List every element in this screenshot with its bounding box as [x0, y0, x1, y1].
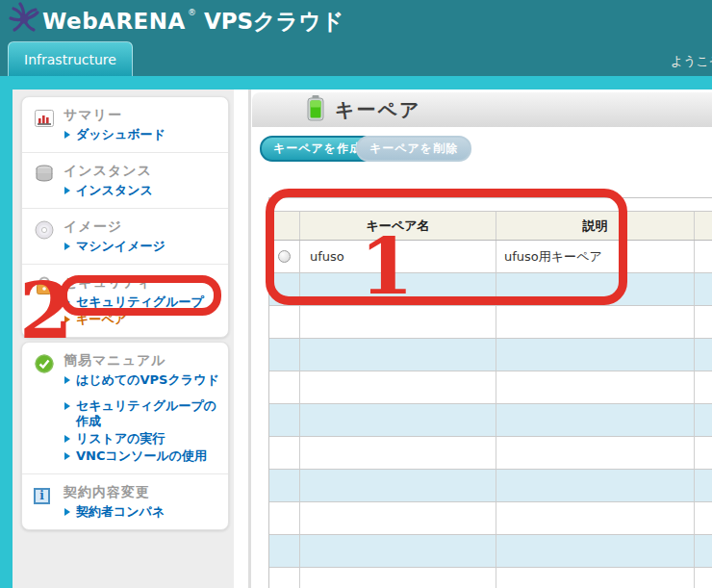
table-row-empty [269, 306, 712, 339]
sidebar-item-vnc-console[interactable]: VNCコンソールの使用 [64, 448, 220, 464]
table-cell-name: ufuso [300, 241, 496, 272]
table-row-empty [269, 437, 712, 470]
lock-icon [34, 274, 57, 327]
logo-product-text: VPSクラウド [204, 7, 343, 37]
table-row-empty [269, 470, 712, 502]
section-title-manual: 簡易マニュアル [64, 352, 220, 370]
sidebar-section-contract: i 契約内容変更 契約者コンパネ [22, 474, 228, 529]
sidebar-section-image: イメージ マシンイメージ [22, 209, 228, 265]
column-header-description: 説明 [496, 212, 695, 240]
page: WebARENA ® VPSクラウド Infrastructure ようこそ [0, 0, 712, 588]
row-radio-button[interactable] [278, 250, 291, 263]
logo-registered-mark: ® [188, 8, 196, 17]
table-row-empty [269, 568, 712, 588]
top-bar: WebARENA ® VPSクラウド Infrastructure ようこそ [0, 0, 712, 76]
table-row-empty [269, 502, 712, 535]
sidebar-section-manual: 簡易マニュアル はじめてのVPSクラウド セキュリティグループの作成 リストアの… [22, 343, 228, 474]
sidebar-section-summary: サマリー ダッシュボード [22, 97, 228, 153]
table-row-empty [269, 273, 712, 306]
section-title-contract: 契約内容変更 [64, 484, 220, 501]
sidebar-item-dashboard[interactable]: ダッシュボード [64, 127, 220, 142]
table-row-empty [269, 371, 712, 404]
welcome-text: ようこそ [671, 53, 712, 70]
section-title-instance: インスタンス [64, 163, 220, 180]
table-row-keypair: ufuso ufuso用キーペア [269, 241, 712, 273]
table-toolbar-strip [269, 198, 712, 212]
table-header-row: キーペア名 説明 [269, 212, 712, 241]
tab-infrastructure[interactable]: Infrastructure [8, 41, 133, 76]
grid-empty-rows [269, 273, 712, 588]
sidebar-item-label: セキュリティグループ [76, 294, 204, 310]
sidebar-section-instance: インスタンス インスタンス [22, 153, 228, 209]
sidebar-item-label: VNCコンソールの使用 [76, 448, 207, 464]
logo-brand-text: WebARENA [42, 9, 186, 34]
page-title: キーペア [335, 97, 420, 123]
sidebar: サマリー ダッシュボード インスタンス [13, 89, 234, 588]
left-accent-strip [0, 89, 13, 588]
table-row-empty [269, 339, 712, 371]
column-header-extra [695, 212, 712, 240]
database-icon [34, 163, 57, 198]
chevron-right-icon [64, 376, 70, 384]
table-cell-description: ufuso用キーペア [496, 241, 695, 272]
sidebar-item-label: リストアの実行 [76, 431, 165, 447]
sidebar-item-label: キーペア [76, 312, 127, 327]
table-cell-extra [695, 241, 712, 272]
check-circle-icon [34, 352, 57, 464]
sidebar-item-keypair[interactable]: キーペア [64, 312, 220, 327]
section-title-security: セキュリティ [64, 274, 220, 292]
sidebar-item-label: はじめてのVPSクラウド [76, 372, 219, 388]
sidebar-item-instance[interactable]: インスタンス [64, 183, 220, 198]
sidebar-section-security: セキュリティ セキュリティグループ キーペア [22, 265, 228, 337]
chevron-right-icon [64, 452, 70, 460]
column-header-name: キーペア名 [300, 212, 496, 240]
table-cell-select [269, 241, 300, 272]
teal-accent-strip [0, 76, 712, 89]
sidebar-item-label: 契約者コンパネ [76, 504, 165, 520]
sidebar-item-security-group[interactable]: セキュリティグループ [64, 294, 220, 310]
section-title-image: イメージ [64, 218, 220, 236]
sidebar-item-label: インスタンス [76, 183, 153, 198]
chevron-right-icon [64, 131, 70, 139]
sidebar-card-help: 簡易マニュアル はじめてのVPSクラウド セキュリティグループの作成 リストアの… [21, 342, 229, 530]
page-header-bar: キーペア [252, 92, 712, 127]
sidebar-item-restore[interactable]: リストアの実行 [64, 431, 220, 447]
chevron-right-icon [64, 298, 70, 306]
sidebar-card-main: サマリー ダッシュボード インスタンス [21, 96, 229, 338]
disc-icon [34, 218, 57, 254]
webarena-logo: WebARENA ® VPSクラウド [8, 2, 343, 40]
keypair-table: キーペア名 説明 ufuso ufuso用キーペア [268, 197, 712, 588]
sidebar-item-first-vps[interactable]: はじめてのVPSクラウド [64, 372, 220, 388]
chevron-right-icon [64, 316, 70, 323]
content-divider [248, 89, 251, 588]
sidebar-item-machine-image[interactable]: マシンイメージ [64, 239, 220, 254]
table-row-empty [269, 404, 712, 437]
chevron-right-icon [64, 435, 70, 443]
bar-chart-icon [34, 107, 57, 142]
sidebar-item-create-security-group[interactable]: セキュリティグループの作成 [64, 398, 220, 429]
chevron-right-icon [64, 187, 70, 194]
info-icon: i [34, 484, 57, 520]
column-header-select [269, 212, 300, 240]
table-row-empty [269, 535, 712, 568]
sidebar-item-contractor-panel[interactable]: 契約者コンパネ [64, 504, 220, 520]
chevron-right-icon [64, 243, 70, 250]
chevron-right-icon [64, 402, 70, 410]
battery-icon [306, 94, 325, 125]
delete-keypair-button[interactable]: キーペアを削除 [356, 136, 471, 162]
sidebar-item-label: ダッシュボード [76, 127, 165, 142]
main-content: キーペア キーペアを作成 キーペアを削除 キーペア名 説明 ufuso ufus… [252, 89, 712, 588]
sidebar-item-label: マシンイメージ [76, 239, 165, 254]
sidebar-item-label: セキュリティグループの作成 [76, 398, 220, 429]
webarena-flower-icon [8, 2, 40, 40]
chevron-right-icon [64, 508, 70, 516]
section-title-summary: サマリー [64, 107, 220, 124]
